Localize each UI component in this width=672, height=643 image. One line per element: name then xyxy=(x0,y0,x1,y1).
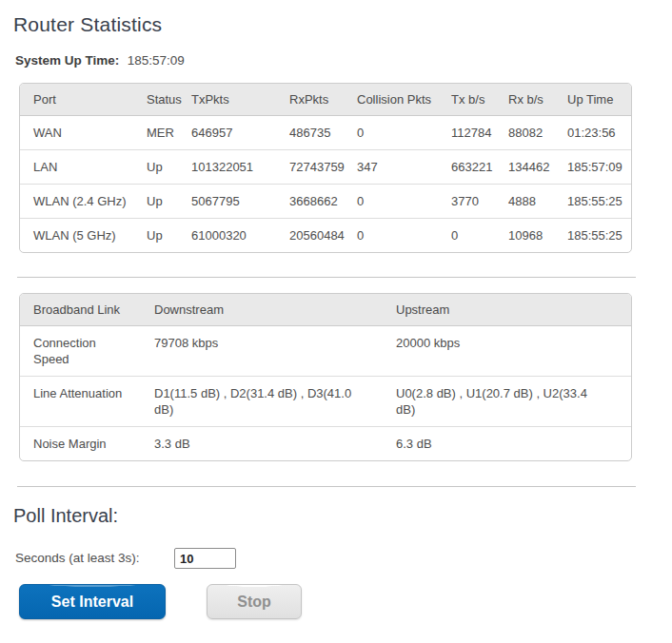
cell-rxpkts: 3668662 xyxy=(282,185,349,219)
page-title: Router Statistics xyxy=(13,13,672,36)
cell-status: Up xyxy=(139,150,184,185)
broadband-link-table: Broadband Link Downstream Upstream Conne… xyxy=(19,293,632,461)
system-up-time: System Up Time: 185:57:09 xyxy=(15,53,672,68)
cell-up-time: 185:55:25 xyxy=(560,185,632,219)
seconds-label: Seconds (at least 3s): xyxy=(15,551,174,565)
cell-collision-pkts: 0 xyxy=(349,185,444,219)
col-header-up-time: Up Time xyxy=(560,84,632,116)
table-row-wan: WAN MER 646957 486735 0 112784 88082 01:… xyxy=(20,116,632,150)
cell-tx-bs: 0 xyxy=(444,219,501,253)
col-header-port: Port xyxy=(20,84,139,116)
cell-txpkts: 101322051 xyxy=(184,150,282,185)
cell-port: WAN xyxy=(20,116,139,150)
cell-rx-bs: 134462 xyxy=(501,150,560,185)
col-header-broadband-link: Broadband Link xyxy=(20,294,147,326)
poll-seconds-row: Seconds (at least 3s): xyxy=(15,548,672,569)
cell-rxpkts: 20560484 xyxy=(282,219,349,253)
table-row-line-attenuation: Line Attenuation D1(11.5 dB) , D2(31.4 d… xyxy=(20,377,632,427)
cell-port: WLAN (5 GHz) xyxy=(20,219,139,253)
table-row-noise-margin: Noise Margin 3.3 dB 6.3 dB xyxy=(20,427,632,461)
system-up-time-value: 185:57:09 xyxy=(128,53,185,68)
cell-collision-pkts: 347 xyxy=(349,150,444,185)
port-table-header-row: Port Status TxPkts RxPkts Collision Pkts… xyxy=(20,84,632,116)
stop-button[interactable]: Stop xyxy=(207,584,302,619)
cell-tx-bs: 3770 xyxy=(444,185,501,219)
cell-collision-pkts: 0 xyxy=(349,219,444,253)
cell-up-time: 185:55:25 xyxy=(560,219,632,253)
col-header-rxpkts: RxPkts xyxy=(282,84,349,116)
col-header-tx-bs: Tx b/s xyxy=(444,84,501,116)
cell-port: LAN xyxy=(20,150,139,185)
table-row-lan: LAN Up 101322051 72743759 347 663221 134… xyxy=(20,150,632,185)
cell-rx-bs: 88082 xyxy=(501,116,560,150)
cell-upstream: 6.3 dB xyxy=(396,436,432,452)
cell-downstream: 79708 kbps xyxy=(154,335,218,351)
cell-downstream: D1(11.5 dB) , D2(31.4 dB) , D3(41.0 dB) xyxy=(154,385,356,418)
col-header-collision-pkts: Collision Pkts xyxy=(349,84,444,116)
cell-txpkts: 5067795 xyxy=(184,185,282,219)
section-divider xyxy=(17,486,636,487)
poll-buttons-row: Set Interval Stop xyxy=(19,584,672,619)
cell-status: Up xyxy=(139,219,184,253)
table-row-wlan-24ghz: WLAN (2.4 GHz) Up 5067795 3668662 0 3770… xyxy=(20,185,632,219)
cell-label: Connection Speed xyxy=(33,335,130,367)
cell-up-time: 185:57:09 xyxy=(560,150,632,185)
col-header-status: Status xyxy=(139,84,184,116)
broadband-table-header-row: Broadband Link Downstream Upstream xyxy=(20,294,632,326)
cell-label: Noise Margin xyxy=(33,436,107,452)
cell-upstream: U0(2.8 dB) , U1(20.7 dB) , U2(33.4 dB) xyxy=(396,385,598,418)
cell-status: Up xyxy=(139,185,184,219)
cell-port: WLAN (2.4 GHz) xyxy=(20,185,139,219)
col-header-txpkts: TxPkts xyxy=(184,84,282,116)
cell-rxpkts: 72743759 xyxy=(282,150,349,185)
cell-upstream: 20000 kbps xyxy=(396,335,460,351)
cell-txpkts: 646957 xyxy=(184,116,282,150)
col-header-rx-bs: Rx b/s xyxy=(501,84,560,116)
set-interval-button[interactable]: Set Interval xyxy=(19,584,166,619)
cell-up-time: 01:23:56 xyxy=(560,116,632,150)
table-row-wlan-5ghz: WLAN (5 GHz) Up 61000320 20560484 0 0 10… xyxy=(20,219,632,253)
col-header-upstream: Upstream xyxy=(388,294,632,326)
cell-tx-bs: 663221 xyxy=(444,150,501,185)
cell-label: Line Attenuation xyxy=(33,385,122,401)
cell-rxpkts: 486735 xyxy=(282,116,349,150)
port-statistics-table: Port Status TxPkts RxPkts Collision Pkts… xyxy=(19,83,632,253)
system-up-time-label: System Up Time: xyxy=(15,53,124,68)
section-divider xyxy=(17,277,636,278)
cell-rx-bs: 10968 xyxy=(501,219,560,253)
poll-interval-heading: Poll Interval: xyxy=(13,505,672,527)
col-header-downstream: Downstream xyxy=(147,294,388,326)
cell-status: MER xyxy=(139,116,184,150)
cell-downstream: 3.3 dB xyxy=(154,436,190,452)
table-row-connection-speed: Connection Speed 79708 kbps 20000 kbps xyxy=(20,326,632,377)
cell-collision-pkts: 0 xyxy=(349,116,444,150)
poll-seconds-input[interactable] xyxy=(174,548,236,569)
router-statistics-page: Router Statistics System Up Time: 185:57… xyxy=(0,0,672,619)
cell-rx-bs: 4888 xyxy=(501,185,560,219)
cell-tx-bs: 112784 xyxy=(444,116,501,150)
cell-txpkts: 61000320 xyxy=(184,219,282,253)
